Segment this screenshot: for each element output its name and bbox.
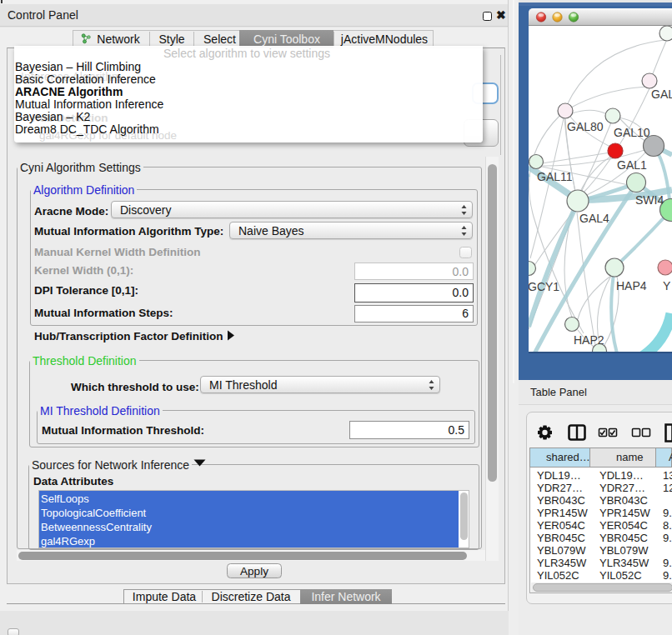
svg-text:HAP2: HAP2 [574, 333, 604, 347]
svg-text:GAL80: GAL80 [567, 120, 604, 133]
svg-text:GAL4: GAL4 [579, 212, 609, 225]
svg-text:HAP4: HAP4 [616, 279, 647, 292]
svg-text:GAL11: GAL11 [537, 170, 573, 183]
svg-text:Y: Y [663, 279, 671, 292]
svg-text:GAL7: GAL7 [651, 88, 672, 101]
svg-text:GAL1: GAL1 [617, 158, 647, 172]
svg-text:SWI4: SWI4 [635, 193, 664, 207]
svg-text:GCY1: GCY1 [529, 280, 559, 293]
svg-text:GAL10: GAL10 [614, 126, 650, 139]
